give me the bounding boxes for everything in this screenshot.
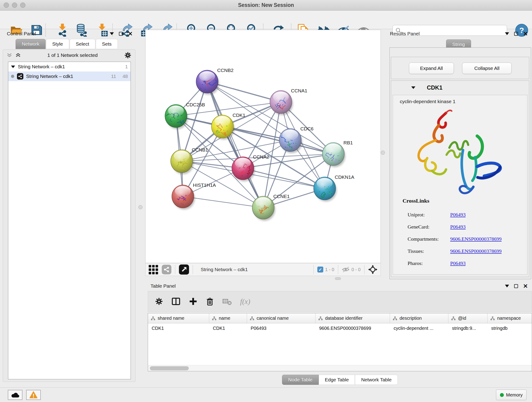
network-selected-info: 1 of 1 Network selected (24, 52, 121, 58)
tab-sets[interactable]: Sets (96, 39, 118, 49)
expand-all-button[interactable]: Expand All (409, 63, 454, 74)
column-header-namespace[interactable]: namespace (488, 313, 532, 323)
network-row[interactable]: String Network – cdk1 11 48 (8, 71, 131, 81)
table-horizontal-scrollbar[interactable] (148, 365, 532, 371)
crosslink-link[interactable]: P06493 (450, 212, 466, 218)
network-canvas[interactable]: CCNB2CCNA1CDC25BCDK1CDC6RB1CCNB1CCNA2CDK… (145, 30, 381, 263)
gene-name: CDK1 (427, 84, 443, 91)
cell-shared-name[interactable]: CDK1 (148, 323, 209, 333)
edge-count: 48 (123, 74, 128, 79)
cell-@id[interactable]: stringdb:9... (448, 323, 488, 333)
panel-close-icon[interactable]: ✕ (523, 32, 528, 36)
panel-close-icon[interactable]: ✕ (523, 284, 528, 288)
hidden-node-edge-counts: 0 - 0 (351, 267, 361, 272)
column-header-description[interactable]: description (390, 313, 448, 323)
network-node-CCNA1[interactable]: CCNA1 (270, 88, 307, 115)
warning-icon (29, 391, 38, 399)
gene-collapse-icon[interactable] (411, 86, 415, 89)
selected-checkbox[interactable]: ✓ (317, 267, 323, 273)
separator (364, 265, 365, 274)
show-columns-icon[interactable] (171, 297, 181, 306)
panel-float-icon[interactable] (514, 32, 518, 36)
separator (193, 265, 193, 274)
cell-name[interactable]: CDK1 (209, 323, 247, 333)
panel-collapse-icon[interactable] (110, 32, 114, 35)
network-node-CDKN1A[interactable]: CDKN1A (314, 174, 354, 201)
collapse-all-button[interactable]: Collapse All (462, 63, 512, 74)
network-graph[interactable]: CCNB2CCNA1CDC25BCDK1CDC6RB1CCNB1CCNA2CDK… (146, 30, 380, 263)
node-label-CCNA2: CCNA2 (253, 154, 269, 160)
network-node-CCNA2[interactable]: CCNA2 (232, 154, 269, 181)
control-panel-title: Control Panel (7, 31, 36, 36)
crosslink-link[interactable]: 9606.ENSP00000378699 (450, 248, 501, 254)
cell-description[interactable]: cyclin-dependent ... (390, 323, 448, 333)
cell-namespace[interactable]: stringdb (488, 323, 532, 333)
tab-network-table[interactable]: Network Table (355, 375, 398, 385)
horizontal-splitter-handle[interactable] (335, 277, 341, 280)
crosslinks-list: Uniprot:P06493GeneCard:P06493Compartment… (408, 209, 522, 269)
table-options-gear-icon[interactable] (155, 297, 163, 306)
hidden-eye-icon[interactable] (342, 266, 350, 273)
tab-node-table[interactable]: Node Table (282, 375, 319, 385)
network-node-CCNB1[interactable]: CCNB1 (171, 147, 208, 174)
network-node-CCNE1[interactable]: CCNE1 (252, 194, 290, 221)
network-node-CCNB2[interactable]: CCNB2 (196, 68, 234, 95)
column-header-name[interactable]: name (209, 313, 247, 323)
node-table: shared namenamecanonical namedatabase id… (148, 313, 532, 371)
tree-expand-icon[interactable] (11, 65, 15, 68)
crosslink-label: GeneCard: (408, 224, 450, 230)
crosslink-link[interactable]: 9606.ENSP00000378699 (450, 236, 501, 242)
tab-edge-table[interactable]: Edge Table (319, 375, 355, 385)
tab-style[interactable]: Style (46, 39, 69, 49)
results-panel-title: Results Panel (390, 31, 420, 36)
network-options-gear-icon[interactable] (124, 51, 132, 59)
network-collection-label: String Network – cdk1 (18, 64, 122, 70)
table-header-row: shared namenamecanonical namedatabase id… (148, 313, 532, 323)
right-splitter-handle[interactable] (381, 151, 385, 155)
separator (338, 265, 338, 274)
expand-all-networks-icon[interactable] (7, 53, 12, 57)
birds-eye-view-icon[interactable] (179, 264, 189, 274)
column-header-database-identifier[interactable]: database identifier (316, 313, 390, 323)
delete-table-icon[interactable] (222, 297, 232, 306)
cloud-button[interactable] (8, 390, 22, 400)
table-row[interactable]: CDK1CDK1P064939606.ENSP00000378699cyclin… (148, 323, 532, 333)
collapse-all-networks-icon[interactable] (15, 53, 21, 57)
grid-view-icon[interactable] (149, 265, 158, 274)
left-splitter-handle[interactable] (138, 205, 143, 209)
memory-button[interactable]: Memory (496, 390, 526, 400)
crosslink-link[interactable]: P06493 (450, 224, 466, 230)
panel-close-icon[interactable]: ✕ (128, 32, 133, 36)
panel-float-icon[interactable] (514, 284, 518, 288)
delete-column-trash-icon[interactable] (206, 297, 214, 306)
node-label-CDKN1A: CDKN1A (335, 174, 354, 180)
node-label-CCNA1: CCNA1 (291, 88, 307, 93)
create-column-plus-icon[interactable] (189, 297, 197, 306)
column-header-canonical-name[interactable]: canonical name (247, 313, 316, 323)
network-share-icon[interactable] (162, 265, 171, 274)
node-label-CCNB1: CCNB1 (192, 147, 208, 153)
panel-collapse-icon[interactable] (505, 285, 509, 287)
panel-float-icon[interactable] (119, 32, 123, 36)
function-builder-icon[interactable]: f(x) (240, 297, 250, 306)
current-network-title: String Network – cdk1 (196, 267, 310, 272)
cell-database-identifier[interactable]: 9606.ENSP00000378699 (316, 323, 390, 333)
scrollbar-thumb[interactable] (150, 366, 189, 370)
crosslinks-heading: CrossLinks (403, 198, 429, 204)
network-node-RB1[interactable]: RB1 (322, 140, 353, 167)
node-label-CCNE1: CCNE1 (273, 194, 290, 199)
panel-collapse-icon[interactable] (505, 32, 509, 35)
crosslink-link[interactable]: P06493 (450, 260, 466, 266)
pan-move-icon[interactable] (368, 265, 377, 274)
network-collection-row[interactable]: String Network – cdk1 1 (8, 62, 131, 71)
results-actions-box: Expand All Collapse All (391, 57, 529, 79)
table-panel: Table Panel ✕ (148, 282, 532, 386)
cell-canonical-name[interactable]: P06493 (247, 323, 316, 333)
tab-select[interactable]: Select (70, 39, 95, 49)
network-node-HIST1H1A[interactable]: HIST1H1A (172, 182, 216, 210)
column-header-@id[interactable]: @id (448, 313, 488, 323)
column-header-shared-name[interactable]: shared name (148, 313, 209, 323)
warning-button[interactable] (26, 390, 41, 400)
tab-network[interactable]: Network (16, 39, 46, 49)
node-label-CDK1: CDK1 (233, 113, 245, 118)
